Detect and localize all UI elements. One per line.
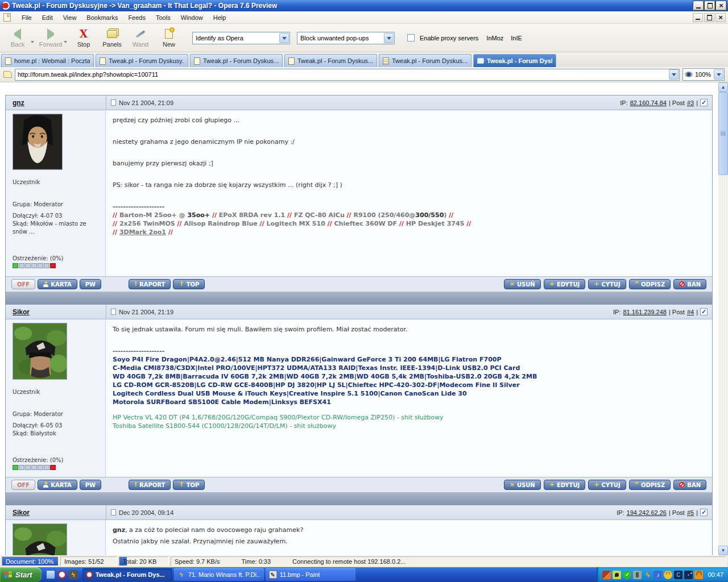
- off-button[interactable]: OFF: [11, 480, 35, 490]
- forward-dropdown-arrow[interactable]: [64, 41, 67, 45]
- tray-icon-paw[interactable]: [613, 571, 621, 579]
- vertical-scrollbar[interactable]: ▲ ▼: [718, 82, 728, 555]
- wand-button[interactable]: Wand: [127, 26, 154, 51]
- identify-as-select[interactable]: Identify as Opera: [192, 32, 290, 44]
- chevron-down-icon[interactable]: [384, 33, 394, 43]
- restore-button[interactable]: [705, 1, 715, 10]
- raport-button[interactable]: !RAPORT: [129, 480, 171, 490]
- top-button[interactable]: ↑TOP: [173, 480, 205, 490]
- tray-icon-device[interactable]: [633, 571, 642, 579]
- scroll-down-arrow[interactable]: ▼: [718, 546, 728, 555]
- post-paragraph: banujemy przy pierwszj okazji ;]: [113, 159, 705, 168]
- usun-button[interactable]: ×USUŃ: [504, 480, 541, 490]
- task-winamp[interactable]: ϟ 71. Mario Winans ft. P.Di...: [174, 568, 264, 581]
- quote-icon: ”: [635, 482, 639, 488]
- popup-block-select[interactable]: Block unwanted pop-ups: [297, 32, 395, 44]
- odpisz-button[interactable]: ”ODPISZ: [629, 480, 671, 490]
- menu-window[interactable]: Window: [176, 13, 208, 23]
- post-number-link[interactable]: #4: [687, 309, 694, 315]
- tab-forum-4[interactable]: Tweak.pl - Forum Dyskus...: [379, 54, 471, 67]
- tray-icon-network[interactable]: [684, 571, 693, 579]
- signature: -------------------- Soyo P4I Fire Drago…: [113, 347, 705, 430]
- back-button[interactable]: Back: [5, 26, 31, 51]
- tray-icon-1[interactable]: [602, 571, 611, 579]
- menu-view[interactable]: View: [58, 13, 82, 23]
- minimize-button[interactable]: [693, 1, 704, 10]
- signature-line: Soyo P4I Fire Dragon|P4A2.0@2.46|512 MB …: [113, 355, 705, 364]
- close-button[interactable]: [716, 1, 726, 10]
- scrollbar-thumb[interactable]: [718, 92, 728, 175]
- edytuj-button[interactable]: +EDYTUJ: [544, 279, 586, 289]
- pw-button[interactable]: PW: [80, 279, 101, 289]
- forward-button[interactable]: Forward: [38, 26, 64, 51]
- menu-edit[interactable]: Edit: [37, 13, 58, 23]
- zoom-control[interactable]: 100%: [682, 68, 725, 81]
- top-button[interactable]: ↑TOP: [173, 279, 205, 289]
- forward-icon: [47, 28, 54, 40]
- post-ip-link[interactable]: 82.160.74.84: [630, 99, 667, 106]
- karta-button[interactable]: KARTA: [38, 480, 77, 490]
- menu-bookmarks[interactable]: Bookmarks: [81, 13, 123, 23]
- tray-icon-c[interactable]: [674, 571, 682, 579]
- post-author-link[interactable]: gnz: [6, 99, 106, 107]
- chevron-down-icon[interactable]: [279, 33, 289, 43]
- cytuj-button[interactable]: +CYTUJ: [588, 480, 626, 490]
- post-author-link[interactable]: Sikor: [6, 509, 106, 517]
- scrollbar-track[interactable]: [718, 92, 728, 546]
- panels-button[interactable]: Panels: [99, 26, 125, 51]
- menu-tools[interactable]: Tools: [151, 13, 176, 23]
- post-ip-link[interactable]: 194.242.62.26: [627, 509, 667, 516]
- menu-help[interactable]: Help: [208, 13, 231, 23]
- tab-forum-1[interactable]: Tweak.pl - Forum Dyskusy...: [96, 54, 188, 67]
- tray-icon-key[interactable]: [664, 571, 672, 579]
- signature-line: LG CD-ROM GCR-8520B|LG CD-RW GCE-8400B|H…: [113, 381, 705, 389]
- post-author-link[interactable]: Sikor: [6, 308, 106, 316]
- address-input[interactable]: [15, 71, 668, 78]
- inmoz-link[interactable]: InMoz: [486, 35, 503, 41]
- proxy-checkbox[interactable]: [407, 34, 415, 41]
- pw-button[interactable]: PW: [80, 480, 101, 490]
- mdi-close-button[interactable]: [715, 13, 726, 22]
- opera-launch-icon[interactable]: [58, 571, 66, 579]
- post-number-link[interactable]: #5: [687, 509, 694, 516]
- winamp-launch-icon[interactable]: ϟ: [69, 570, 78, 579]
- post-number-link[interactable]: #3: [687, 99, 694, 106]
- edytuj-button[interactable]: +EDYTUJ: [544, 480, 586, 490]
- address-dropdown-arrow[interactable]: [669, 69, 679, 80]
- tray-icon-check[interactable]: [623, 571, 631, 579]
- odpisz-button[interactable]: ”ODPISZ: [629, 279, 671, 289]
- post-select-checkbox[interactable]: [700, 509, 708, 516]
- show-desktop-icon[interactable]: [46, 570, 55, 579]
- task-paint[interactable]: ✎ 11.bmp - Paint: [266, 568, 355, 581]
- post-select-checkbox[interactable]: [700, 99, 708, 106]
- inie-link[interactable]: InIE: [511, 35, 522, 41]
- stop-button[interactable]: X Stop: [71, 26, 97, 51]
- cytuj-button[interactable]: +CYTUJ: [588, 279, 626, 289]
- task-opera[interactable]: Tweak.pl - Forum Dys...: [82, 568, 172, 581]
- tab-forum-3[interactable]: Tweak.pl - Forum Dyskus...: [284, 54, 377, 67]
- tray-icon-lightning[interactable]: ϟ: [643, 571, 652, 579]
- ban-button[interactable]: BAN: [673, 279, 706, 289]
- arrow-up-icon: ↑: [179, 281, 184, 287]
- zoom-dropdown-arrow[interactable]: [714, 69, 723, 80]
- karta-button[interactable]: KARTA: [38, 279, 77, 289]
- menu-feeds[interactable]: Feeds: [123, 13, 151, 23]
- tray-icon-lock[interactable]: [694, 571, 703, 579]
- menu-file[interactable]: File: [16, 13, 37, 23]
- post-ip-link[interactable]: 81.161.239.248: [623, 309, 666, 315]
- tab-forum-2[interactable]: Tweak.pl - Forum Dyskus...: [190, 54, 283, 67]
- scroll-up-arrow[interactable]: ▲: [718, 82, 728, 92]
- mdi-minimize-button[interactable]: [693, 13, 703, 22]
- raport-button[interactable]: !RAPORT: [129, 279, 171, 289]
- back-dropdown-arrow[interactable]: [31, 41, 34, 45]
- off-button[interactable]: OFF: [11, 279, 35, 289]
- start-button[interactable]: Start: [0, 567, 42, 582]
- tab-webmail[interactable]: home.pl : Webmail : Poczta: [1, 54, 94, 67]
- post-select-checkbox[interactable]: [700, 308, 708, 315]
- usun-button[interactable]: ×USUŃ: [504, 279, 541, 289]
- ban-button[interactable]: BAN: [673, 480, 706, 490]
- mdi-restore-button[interactable]: [704, 13, 714, 22]
- tray-icon-volume[interactable]: [653, 571, 662, 579]
- tab-forum-active[interactable]: Tweak.pl - Forum Dysk...: [473, 54, 556, 67]
- new-button[interactable]: New: [156, 26, 182, 51]
